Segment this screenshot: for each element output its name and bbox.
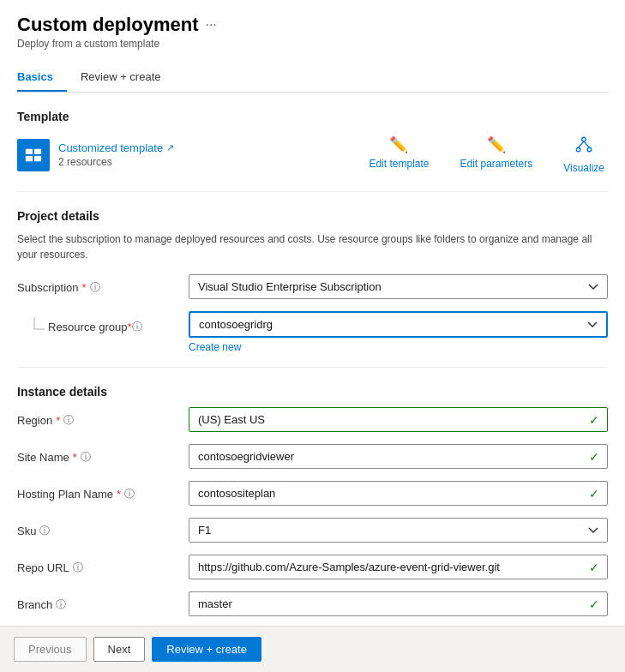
tab-basics[interactable]: Basics bbox=[17, 63, 67, 92]
branch-input[interactable] bbox=[189, 591, 608, 616]
visualize-icon bbox=[574, 135, 593, 159]
next-button[interactable]: Next bbox=[93, 637, 146, 662]
svg-rect-3 bbox=[34, 155, 41, 160]
svg-line-8 bbox=[584, 141, 589, 147]
svg-rect-0 bbox=[26, 148, 33, 153]
subscription-required: * bbox=[82, 281, 87, 294]
svg-line-7 bbox=[579, 141, 584, 147]
previous-button[interactable]: Previous bbox=[14, 637, 87, 662]
svg-point-4 bbox=[582, 137, 586, 141]
site-name-label: Site Name * ⓘ bbox=[17, 444, 189, 465]
svg-rect-1 bbox=[34, 148, 41, 153]
visualize-button[interactable]: Visualize bbox=[560, 132, 608, 177]
edit-parameters-icon: ✏️ bbox=[487, 135, 506, 154]
site-name-info-icon[interactable]: ⓘ bbox=[81, 450, 91, 465]
subscription-label: Subscription * ⓘ bbox=[17, 274, 189, 295]
instance-details-title: Instance details bbox=[17, 385, 608, 399]
repo-url-input[interactable] bbox=[189, 555, 608, 579]
template-resources: 2 resources bbox=[58, 156, 174, 168]
site-name-input[interactable] bbox=[189, 444, 608, 469]
sku-label: Sku ⓘ bbox=[17, 518, 189, 538]
resource-group-info-icon[interactable]: ⓘ bbox=[132, 320, 142, 334]
template-section-title: Template bbox=[17, 110, 608, 123]
edit-template-button[interactable]: ✏️ Edit template bbox=[365, 132, 432, 177]
sku-info-icon[interactable]: ⓘ bbox=[39, 524, 50, 538]
project-details-title: Project details bbox=[17, 209, 608, 223]
hosting-plan-label: Hosting Plan Name * ⓘ bbox=[17, 481, 189, 501]
edit-template-label: Edit template bbox=[369, 158, 429, 170]
review-create-button[interactable]: Review + create bbox=[152, 637, 261, 662]
resource-group-label-container: Resource group * ⓘ bbox=[17, 311, 189, 336]
subscription-info-icon[interactable]: ⓘ bbox=[90, 280, 100, 295]
template-name-link[interactable]: Customized template ↗ bbox=[58, 141, 174, 154]
region-check-icon: ✓ bbox=[589, 413, 599, 427]
hosting-plan-input[interactable] bbox=[189, 481, 608, 506]
edit-parameters-label: Edit parameters bbox=[460, 158, 532, 170]
region-info-icon[interactable]: ⓘ bbox=[63, 413, 74, 428]
page-title: Custom deployment bbox=[17, 14, 198, 36]
more-options-icon[interactable]: ··· bbox=[205, 17, 216, 33]
visualize-label: Visualize bbox=[563, 162, 604, 174]
tab-review-create[interactable]: Review + create bbox=[81, 63, 175, 92]
repo-url-label: Repo URL ⓘ bbox=[17, 555, 189, 575]
edit-parameters-button[interactable]: ✏️ Edit parameters bbox=[456, 132, 536, 177]
hosting-plan-info-icon[interactable]: ⓘ bbox=[124, 487, 135, 501]
edit-template-icon: ✏️ bbox=[389, 135, 408, 154]
region-select[interactable]: (US) East US bbox=[189, 407, 608, 432]
subscription-select[interactable]: Visual Studio Enterprise Subscription bbox=[189, 274, 608, 299]
branch-check-icon: ✓ bbox=[589, 597, 599, 611]
svg-rect-2 bbox=[26, 155, 33, 160]
project-details-description: Select the subscription to manage deploy… bbox=[17, 231, 608, 262]
hosting-plan-required: * bbox=[117, 488, 121, 501]
tab-bar: Basics Review + create bbox=[17, 63, 608, 93]
hosting-plan-check-icon: ✓ bbox=[589, 487, 599, 501]
svg-point-5 bbox=[576, 147, 580, 152]
region-label: Region * ⓘ bbox=[17, 407, 189, 428]
template-icon bbox=[17, 139, 50, 171]
repo-url-check-icon: ✓ bbox=[589, 561, 599, 574]
resource-group-select[interactable]: contosoegridrg bbox=[189, 311, 608, 338]
repo-url-info-icon[interactable]: ⓘ bbox=[73, 561, 83, 575]
footer-bar: Previous Next Review + create bbox=[0, 626, 625, 672]
create-new-link[interactable]: Create new bbox=[189, 341, 241, 353]
page-subtitle: Deploy from a custom template bbox=[17, 38, 608, 50]
branch-info-icon[interactable]: ⓘ bbox=[56, 597, 66, 612]
svg-point-6 bbox=[587, 147, 592, 152]
site-name-required: * bbox=[73, 451, 77, 464]
site-name-check-icon: ✓ bbox=[589, 450, 599, 464]
branch-label: Branch ⓘ bbox=[17, 591, 189, 612]
sku-select[interactable]: F1 bbox=[189, 518, 608, 543]
resource-group-label-text: Resource group bbox=[48, 321, 128, 333]
region-required: * bbox=[56, 414, 60, 427]
